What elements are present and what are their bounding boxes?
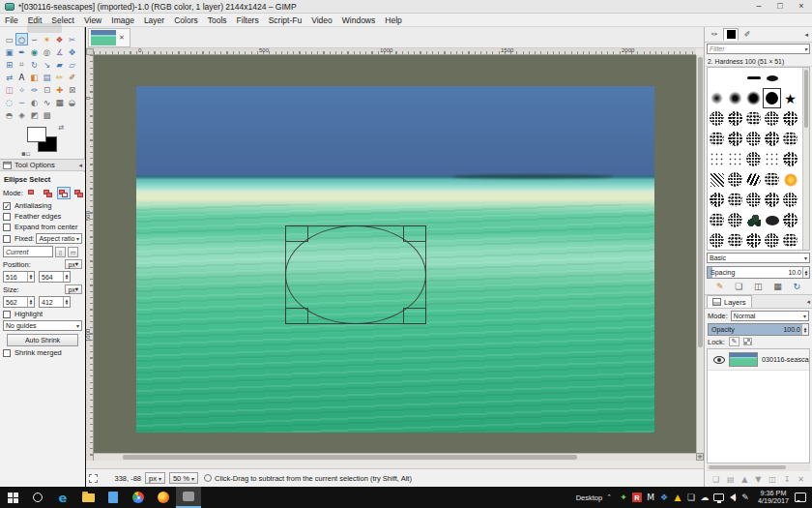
canvas-vertical-scrollbar[interactable]	[696, 55, 704, 461]
image-tab[interactable]: ✕	[88, 28, 130, 47]
spinner-arrows[interactable]: ▲▼	[27, 272, 34, 282]
tool-color-picker[interactable]: ◉	[28, 45, 41, 58]
action-center-icon[interactable]	[795, 493, 806, 502]
brush-item[interactable]	[781, 129, 799, 149]
tab-tool-preset[interactable]: ✑	[707, 28, 722, 41]
tool-color-balance[interactable]: ◒	[66, 96, 78, 108]
brush-item[interactable]	[744, 88, 763, 108]
raise-layer-button[interactable]: ▲	[741, 475, 747, 484]
spinner-arrows[interactable]: ▲▼	[63, 272, 70, 282]
brush-item[interactable]	[763, 149, 781, 169]
brush-item[interactable]	[726, 108, 744, 129]
brush-item[interactable]	[744, 108, 763, 129]
brush-item[interactable]	[781, 108, 799, 129]
tool-smudge[interactable]: ∼	[15, 96, 28, 108]
foreground-color[interactable]	[27, 127, 46, 142]
brush-item[interactable]	[726, 88, 744, 108]
tool-move[interactable]: ✥	[66, 45, 78, 58]
tool-ellipse-select[interactable]: ○	[15, 33, 28, 45]
quick-mask-button[interactable]	[89, 474, 98, 483]
brush-item[interactable]	[781, 149, 799, 169]
tool-paths[interactable]: ✒	[15, 45, 28, 58]
show-hidden-icons-chevron[interactable]: ⌃	[606, 493, 612, 501]
anchor-layer-button[interactable]: ↧	[784, 475, 791, 484]
tool-eraser[interactable]: ◫	[3, 83, 15, 96]
tool-options-tab[interactable]: Tool Options ◂	[0, 159, 85, 171]
canvas-viewport[interactable]	[94, 55, 696, 461]
brush-item[interactable]	[726, 210, 744, 230]
tray-r-app-icon[interactable]: R	[630, 487, 644, 508]
delete-layer-button[interactable]: ✕	[798, 475, 804, 484]
selection-handle-bottom-right[interactable]	[403, 308, 426, 324]
fixed-option[interactable]: Fixed: Aspect ratio ▾	[3, 233, 82, 244]
brush-tag-combo[interactable]: Basic ▾	[707, 253, 810, 263]
tool-dodge-burn[interactable]: ◐	[28, 96, 41, 108]
shrink-merged-checkbox[interactable]	[3, 349, 11, 357]
brush-item[interactable]	[763, 230, 781, 251]
shrink-merged-option[interactable]: Shrink merged	[3, 348, 82, 357]
tool-paintbrush[interactable]: ✐	[66, 71, 78, 83]
tab-patterns[interactable]: ✐	[740, 28, 755, 41]
brush-item[interactable]	[763, 169, 781, 190]
brush-item[interactable]	[763, 129, 781, 149]
lower-layer-button[interactable]: ▼	[755, 475, 761, 484]
dockable-menu-icon[interactable]: ◂	[78, 162, 82, 169]
canvas-horizontal-scrollbar[interactable]	[94, 453, 696, 461]
size-width-input[interactable]: 562 ▲▼	[3, 296, 35, 308]
tool-blend[interactable]: ▤	[41, 71, 53, 83]
tool-scissors-select[interactable]: ✂	[66, 33, 78, 45]
brush-filter-input[interactable]: Filter ▾	[707, 44, 810, 54]
tool-clone[interactable]: ⊡	[41, 83, 53, 96]
seascape-image[interactable]	[136, 86, 654, 433]
brush-item[interactable]	[744, 129, 763, 149]
tool-flip[interactable]: ⇄	[3, 71, 15, 83]
brush-item[interactable]	[763, 68, 781, 88]
unit-combo[interactable]: px ▾	[145, 472, 165, 484]
brush-item[interactable]	[708, 230, 726, 251]
auto-shrink-button[interactable]: Auto Shrink	[7, 334, 78, 346]
close-button[interactable]: ×	[791, 0, 812, 14]
antialiasing-option[interactable]: ✓ Antialiasing	[3, 201, 82, 210]
brush-item[interactable]	[763, 108, 781, 129]
menu-item-layer[interactable]: Layer	[139, 14, 169, 27]
tray-document-icon[interactable]: ❏	[684, 487, 698, 508]
antialiasing-checkbox[interactable]: ✓	[3, 202, 11, 210]
tool-rectangle-select[interactable]: ▭	[3, 33, 15, 45]
highlight-checkbox[interactable]	[3, 311, 11, 318]
position-y-input[interactable]: 564 ▲▼	[39, 271, 71, 283]
brush-item[interactable]	[726, 169, 744, 190]
mode-replace-button[interactable]	[26, 187, 40, 199]
selection-handle-top-left[interactable]	[285, 225, 308, 242]
tray-pen-icon[interactable]: ✎	[739, 487, 752, 508]
selection-bounding-box[interactable]	[285, 225, 426, 324]
brush-scrollbar[interactable]	[802, 68, 809, 250]
mode-subtract-button[interactable]	[57, 187, 71, 199]
tool-colorize[interactable]: ◈	[15, 108, 28, 121]
new-layer-button[interactable]: ❏	[712, 475, 719, 484]
brush-item[interactable]	[708, 88, 726, 108]
tray-volume-icon[interactable]	[725, 487, 739, 508]
edit-brush-button[interactable]: ✎	[716, 282, 724, 291]
feather-edges-checkbox[interactable]	[3, 213, 11, 221]
tool-measure[interactable]: ∡	[53, 45, 66, 58]
tool-levels[interactable]: ▦	[53, 96, 66, 108]
landscape-icon[interactable]: ▭	[68, 247, 78, 257]
brush-item[interactable]	[708, 190, 726, 210]
duplicate-brush-button[interactable]: ◫	[754, 282, 763, 291]
brush-item[interactable]	[744, 210, 763, 230]
tab-layers[interactable]: Layers	[707, 295, 752, 308]
tool-select-by-color[interactable]: ❖	[53, 33, 66, 45]
taskbar-gimp-window[interactable]	[176, 487, 201, 508]
expand-from-center-checkbox[interactable]	[3, 224, 11, 231]
maximize-button[interactable]: □	[769, 0, 791, 14]
expand-from-center-option[interactable]: Expand from center	[3, 223, 82, 231]
tool-crop[interactable]: ⌗	[15, 58, 28, 71]
menu-item-view[interactable]: View	[79, 14, 106, 27]
taskbar-chrome[interactable]	[126, 487, 151, 508]
tool-shear[interactable]: ▰	[53, 58, 66, 71]
ruler-origin-button[interactable]	[86, 48, 94, 55]
taskbar-start[interactable]	[0, 487, 25, 508]
vertical-ruler[interactable]: 05001000	[86, 55, 94, 461]
brush-item[interactable]	[781, 68, 799, 88]
brush-item[interactable]	[744, 68, 763, 88]
